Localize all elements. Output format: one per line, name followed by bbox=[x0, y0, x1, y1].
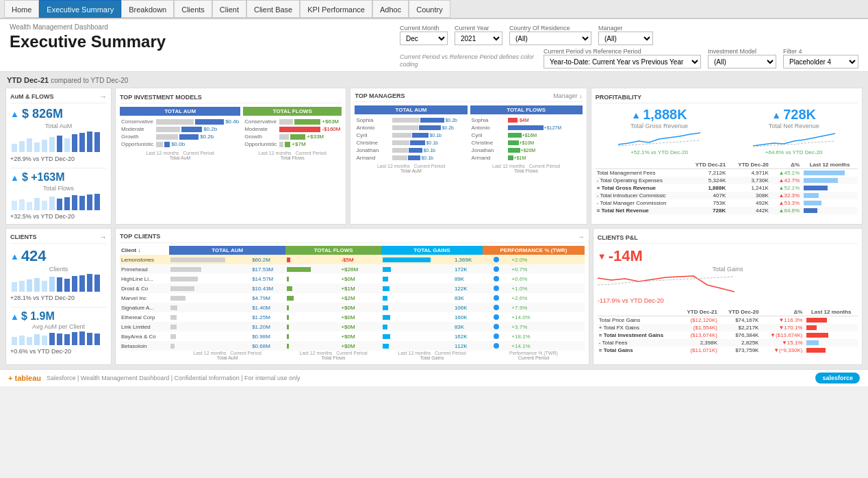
svg-rect-14 bbox=[27, 202, 32, 210]
svg-rect-2 bbox=[27, 138, 32, 152]
period-label: YTD Dec-21 compared to YTD Dec-20 bbox=[5, 76, 863, 84]
pnl-change: -117.9% vs YTD Dec-20 bbox=[598, 297, 858, 304]
svg-rect-28 bbox=[42, 281, 47, 292]
svg-rect-36 bbox=[12, 337, 17, 345]
profitability-panel: PROFITABILITY ▲ 1,888K Total Gross Reven… bbox=[591, 88, 863, 225]
managers-title: TOP MANAGERS bbox=[355, 92, 405, 99]
svg-rect-8 bbox=[72, 134, 77, 152]
nav-tab-client-base[interactable]: Client Base bbox=[246, 0, 300, 18]
avg-aum-change: +0.6% vs YTD Dec-20 bbox=[10, 348, 107, 355]
clients-sparkline bbox=[10, 274, 106, 293]
svg-rect-19 bbox=[64, 197, 70, 210]
current-year-select[interactable]: 2021 bbox=[455, 32, 502, 45]
aum-value: $ 826M bbox=[22, 107, 63, 121]
svg-rect-15 bbox=[34, 198, 40, 210]
top-navigation: Home Executive Summary Breakdown Clients… bbox=[0, 0, 868, 19]
nav-tab-clients[interactable]: Clients bbox=[174, 0, 212, 18]
nav-tab-adhoc[interactable]: Adhoc bbox=[372, 0, 409, 18]
clients-title: CLIENTS bbox=[10, 234, 37, 240]
aum-sparkline bbox=[10, 131, 106, 153]
inv-flows-axis: Total Flows bbox=[243, 155, 342, 160]
total-gains-label: Total Gains bbox=[598, 266, 858, 273]
svg-rect-24 bbox=[12, 282, 17, 292]
svg-rect-22 bbox=[87, 194, 92, 210]
svg-rect-9 bbox=[79, 133, 85, 152]
filter4-select[interactable]: Placeholder 4 bbox=[783, 55, 858, 68]
clients-count-label: Clients bbox=[10, 266, 107, 273]
svg-rect-4 bbox=[42, 140, 47, 152]
svg-rect-11 bbox=[94, 132, 100, 152]
flows-label: Total Flows bbox=[10, 185, 107, 192]
svg-rect-7 bbox=[64, 138, 70, 152]
svg-rect-33 bbox=[79, 275, 85, 292]
nav-tab-home[interactable]: Home bbox=[4, 0, 39, 18]
nav-tab-client[interactable]: Client bbox=[212, 0, 246, 18]
svg-rect-20 bbox=[72, 195, 77, 210]
aum-flows-arrow[interactable]: → bbox=[99, 92, 107, 101]
top-managers-panel: TOP MANAGERS Manager ↓ TOTAL AUM Sophia … bbox=[350, 88, 587, 225]
svg-rect-13 bbox=[19, 199, 25, 210]
svg-rect-37 bbox=[19, 336, 25, 345]
svg-rect-45 bbox=[79, 331, 85, 345]
svg-rect-21 bbox=[79, 196, 85, 210]
filter-period-note: Current Period vs Reference Period defin… bbox=[400, 53, 537, 68]
svg-rect-25 bbox=[19, 281, 25, 292]
svg-rect-35 bbox=[94, 275, 100, 292]
avg-aum-value: $ 1.9M bbox=[21, 310, 55, 323]
svg-rect-0 bbox=[12, 144, 17, 152]
top-clients-title: TOP CLIENTS bbox=[120, 233, 160, 240]
aum-flows-panel: AuM & FLOWS → ▲ $ 826M Total AuM bbox=[5, 88, 112, 225]
footer-text: Salesforce | Wealth Management Dashboard… bbox=[47, 375, 301, 381]
filter-manager: Manager (All) bbox=[598, 25, 653, 45]
prof-title: PROFITABILITY bbox=[596, 94, 641, 101]
current-month-select[interactable]: Dec bbox=[400, 32, 448, 45]
inv-aum-header: TOTAL AUM bbox=[120, 107, 240, 116]
svg-rect-5 bbox=[49, 137, 55, 152]
period-type-select[interactable]: Year-to-Date: Current Year vs Previous Y… bbox=[544, 55, 701, 68]
dashboard: YTD Dec-21 compared to YTD Dec-20 AuM & … bbox=[0, 72, 868, 369]
filter-period-type: Current Period vs Reference Period Year-… bbox=[544, 48, 701, 68]
pnl-table: YTD Dec-21 YTD Dec-20 Δ% Last 12 months … bbox=[598, 308, 858, 354]
flows-change: +32.5% vs YTD Dec-20 bbox=[10, 213, 107, 220]
svg-rect-29 bbox=[49, 277, 55, 292]
avg-aum-sparkline bbox=[10, 331, 106, 347]
filter-area: Current Month Dec Current Year 2021 Coun… bbox=[400, 25, 858, 68]
top-clients-arrow[interactable]: → bbox=[578, 233, 585, 240]
svg-rect-6 bbox=[57, 136, 62, 152]
svg-rect-27 bbox=[34, 278, 40, 292]
clients-count-change: +28.1% vs YTD Dec-20 bbox=[10, 294, 107, 301]
inv-flows-header: TOTAL FLOWS bbox=[243, 107, 342, 116]
flows-sparkline bbox=[10, 194, 106, 211]
country-select[interactable]: (All) bbox=[509, 32, 591, 45]
flows-value: $ +163M bbox=[22, 171, 65, 184]
mgr-flows-header: TOTAL FLOWS bbox=[470, 105, 583, 114]
inv-models-flows-table: Conservative +$63M Moderate bbox=[243, 118, 342, 148]
clients-count: 424 bbox=[21, 247, 47, 265]
svg-rect-18 bbox=[57, 199, 62, 210]
profitability-table: YTD Dec-21 YTD Dec-20 Δ% Last 12 months … bbox=[596, 161, 858, 214]
svg-rect-39 bbox=[34, 334, 40, 345]
svg-rect-47 bbox=[94, 334, 100, 345]
gross-revenue-metric: ▲ 1,888K Total Gross Revenue +52.1% vs Y… bbox=[596, 107, 724, 155]
aum-label: Total AuM bbox=[10, 123, 107, 129]
net-revenue-metric: ▲ 728K Total Net Revenue +64.6% vs YTD D… bbox=[730, 107, 858, 155]
top-clients-panel: TOP CLIENTS → Client ↓ TOTAL AUM TOTAL F… bbox=[115, 228, 589, 365]
clients-small-panel: CLIENTS → ▲ 424 Clients bbox=[5, 228, 112, 365]
filter-country: Country Of Residence (All) bbox=[509, 25, 591, 45]
svg-rect-17 bbox=[49, 197, 55, 210]
investment-models-panel: TOP INVESTMENT MODELS TOTAL AUM Conserva… bbox=[115, 88, 346, 225]
svg-rect-23 bbox=[94, 194, 100, 210]
inv-models-title: TOP INVESTMENT MODELS bbox=[120, 94, 202, 101]
nav-tab-executive-summary[interactable]: Executive Summary bbox=[39, 0, 121, 18]
clients-arrow[interactable]: → bbox=[99, 233, 107, 241]
nav-tab-breakdown[interactable]: Breakdown bbox=[121, 0, 174, 18]
nav-tab-kpi[interactable]: KPI Performance bbox=[300, 0, 372, 18]
clients-pnl-panel: CLIENTS P&L ▼ -14M Total Gains -117.9% v… bbox=[593, 228, 863, 365]
svg-rect-41 bbox=[49, 333, 55, 345]
svg-rect-26 bbox=[27, 279, 32, 292]
total-gains-value: -14M bbox=[609, 247, 643, 265]
manager-select[interactable]: (All) bbox=[598, 32, 653, 45]
page-title: Executive Summary bbox=[10, 32, 166, 51]
investment-model-select[interactable]: (All) bbox=[708, 55, 776, 68]
nav-tab-country[interactable]: Country bbox=[409, 0, 450, 18]
